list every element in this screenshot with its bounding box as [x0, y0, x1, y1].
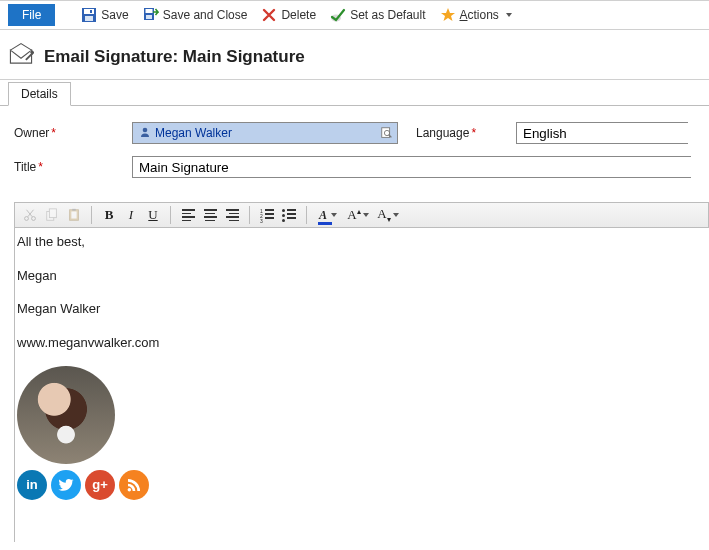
save-icon [81, 7, 97, 23]
set-as-default-label: Set as Default [350, 8, 425, 22]
svg-marker-8 [441, 8, 455, 21]
actions-label: Actions [460, 8, 499, 22]
svg-rect-2 [85, 16, 93, 21]
owner-lookup[interactable]: Megan Walker [132, 122, 398, 144]
person-icon [139, 126, 151, 141]
italic-button[interactable]: I [120, 205, 142, 225]
copy-button[interactable] [41, 205, 63, 225]
signature-editor[interactable]: All the best, Megan Megan Walker www.meg… [14, 228, 709, 542]
svg-rect-6 [146, 15, 152, 19]
save-and-close-label: Save and Close [163, 8, 248, 22]
ordered-list-button[interactable]: 123 [256, 205, 278, 225]
googleplus-icon[interactable]: g+ [85, 470, 115, 500]
title-input[interactable] [132, 156, 691, 178]
svg-point-16 [32, 217, 36, 221]
unordered-list-button[interactable] [278, 205, 300, 225]
svg-rect-5 [145, 9, 152, 13]
paste-button[interactable] [63, 205, 85, 225]
file-button[interactable]: File [8, 4, 55, 26]
chevron-down-icon [506, 13, 512, 17]
tab-row: Details [0, 80, 709, 106]
language-input[interactable] [516, 122, 688, 144]
form-area: Owner* Megan Walker Language* Title [0, 106, 709, 202]
actions-menu-button[interactable]: Actions [436, 1, 522, 29]
svg-rect-1 [84, 9, 94, 14]
tab-details[interactable]: Details [8, 82, 71, 106]
page-header: Email Signature: Main Signature [0, 30, 709, 79]
signature-line: Megan [17, 266, 705, 286]
delete-button[interactable]: Delete [257, 1, 326, 29]
svg-rect-20 [71, 212, 76, 219]
font-size-increase-button[interactable]: A▴ [343, 205, 373, 225]
row-title: Title* [14, 156, 701, 178]
align-left-button[interactable] [177, 205, 199, 225]
ribbon-bar: File Save Save and Close Delete Set as D… [0, 0, 709, 30]
underline-button[interactable]: U [142, 205, 164, 225]
signature-line: All the best, [17, 232, 705, 252]
save-label: Save [101, 8, 128, 22]
svg-point-15 [25, 217, 29, 221]
avatar [17, 366, 115, 464]
svg-point-22 [128, 488, 131, 491]
social-row: in g+ [17, 470, 705, 500]
font-size-decrease-button[interactable]: A▾ [373, 205, 403, 225]
font-color-button[interactable]: A [313, 205, 343, 225]
set-as-default-button[interactable]: Set as Default [326, 1, 435, 29]
rss-icon[interactable] [119, 470, 149, 500]
signature-line: Megan Walker [17, 299, 705, 319]
email-signature-icon [8, 42, 34, 71]
svg-rect-12 [382, 128, 390, 138]
svg-rect-18 [49, 209, 56, 218]
page-title: Email Signature: Main Signature [44, 47, 305, 67]
row-owner-language: Owner* Megan Walker Language* [14, 122, 701, 144]
svg-point-11 [143, 127, 148, 132]
actions-star-icon [440, 7, 456, 23]
svg-rect-21 [72, 209, 76, 211]
title-label: Title* [14, 160, 132, 174]
signature-line: www.meganvwalker.com [17, 333, 705, 353]
delete-icon [261, 7, 277, 23]
editor-toolbar: B I U 123 A A▴ [14, 202, 709, 228]
owner-label: Owner* [14, 126, 132, 140]
save-close-icon [143, 7, 159, 23]
bold-button[interactable]: B [98, 205, 120, 225]
twitter-icon[interactable] [51, 470, 81, 500]
owner-value[interactable]: Megan Walker [155, 126, 232, 140]
cut-button[interactable] [19, 205, 41, 225]
linkedin-icon[interactable]: in [17, 470, 47, 500]
check-default-icon [330, 7, 346, 23]
svg-rect-3 [90, 10, 92, 13]
lookup-search-icon[interactable] [379, 125, 395, 141]
align-center-button[interactable] [199, 205, 221, 225]
save-button[interactable]: Save [77, 1, 138, 29]
delete-label: Delete [281, 8, 316, 22]
save-and-close-button[interactable]: Save and Close [139, 1, 258, 29]
language-label: Language* [416, 126, 516, 140]
align-right-button[interactable] [221, 205, 243, 225]
